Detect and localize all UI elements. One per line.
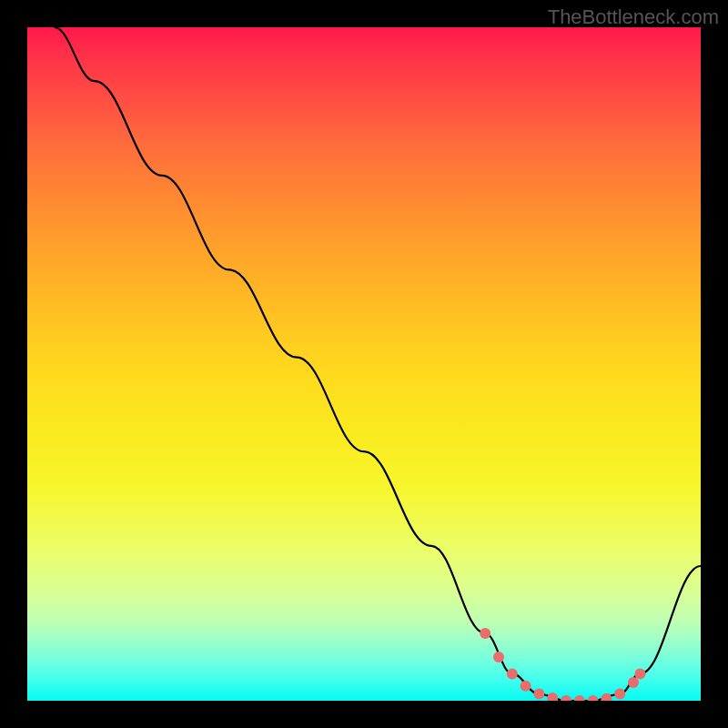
chart-svg	[27, 27, 701, 701]
chart-frame	[27, 27, 701, 701]
optimal-marker	[634, 668, 645, 679]
optimal-marker	[588, 695, 599, 701]
optimal-marker	[547, 693, 558, 701]
optimal-marker	[521, 681, 531, 692]
bottleneck-curve-line	[55, 27, 701, 701]
optimal-marker	[628, 677, 639, 688]
optimal-marker	[614, 689, 625, 700]
optimal-marker	[574, 695, 585, 701]
optimal-marker	[533, 689, 544, 700]
optimal-region-markers	[480, 628, 645, 701]
optimal-marker	[561, 695, 571, 701]
optimal-marker	[493, 652, 504, 662]
optimal-marker	[480, 628, 490, 639]
optimal-marker	[507, 668, 518, 679]
watermark-text: TheBottleneck.com	[548, 5, 719, 29]
optimal-marker	[601, 693, 612, 701]
chart-plot-area	[27, 27, 701, 701]
